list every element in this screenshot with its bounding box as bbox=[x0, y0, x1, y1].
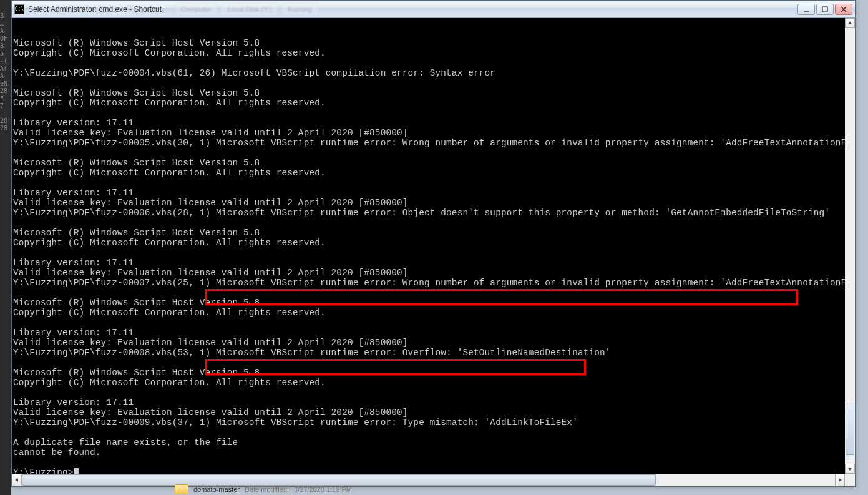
minimize-button[interactable] bbox=[797, 4, 815, 15]
scroll-right-arrow-icon[interactable] bbox=[835, 474, 845, 486]
scrollbar-corner bbox=[845, 474, 855, 486]
folder-icon bbox=[175, 484, 188, 494]
svg-marker-7 bbox=[839, 478, 842, 482]
window-controls bbox=[797, 4, 852, 15]
vertical-scrollbar[interactable] bbox=[845, 18, 855, 474]
titlebar[interactable]: C:\ Select Administrator: cmd.exe - Shor… bbox=[12, 1, 855, 18]
window-title: Select Administrator: cmd.exe - Shortcut bbox=[28, 5, 162, 14]
svg-rect-1 bbox=[822, 7, 827, 12]
preview-meta-value: 3/27/2020 1:19 PM bbox=[294, 486, 352, 493]
scroll-left-arrow-icon[interactable] bbox=[12, 474, 22, 486]
cursor bbox=[74, 468, 79, 474]
bg-tab: Local Disk (Y:) bbox=[220, 3, 278, 16]
cmd-icon: C:\ bbox=[14, 4, 24, 14]
background-tabs: Computer Local Disk (Y:) Fuzzing bbox=[174, 3, 797, 16]
terminal-output[interactable]: Microsoft (R) Windows Script Host Versio… bbox=[12, 18, 845, 474]
svg-marker-4 bbox=[848, 21, 852, 24]
bg-tab: Fuzzing bbox=[281, 3, 319, 16]
scroll-up-arrow-icon[interactable] bbox=[845, 18, 855, 28]
explorer-preview-hint: domato-master Date modified: 3/27/2020 1… bbox=[175, 484, 352, 495]
client-area: Microsoft (R) Windows Script Host Versio… bbox=[12, 18, 855, 486]
svg-marker-6 bbox=[15, 478, 18, 482]
close-button[interactable] bbox=[835, 4, 852, 15]
bg-tab: Computer bbox=[174, 3, 218, 16]
preview-item-name: domato-master bbox=[193, 486, 240, 493]
hscroll-track[interactable] bbox=[22, 474, 835, 486]
horizontal-scrollbar[interactable] bbox=[12, 474, 845, 486]
cmd-window: C:\ Select Administrator: cmd.exe - Shor… bbox=[11, 0, 856, 487]
svg-marker-5 bbox=[848, 468, 852, 471]
background-editor-gutter: 3 … A OF B a -( Ar A eN 28 # 7 - 28 28 bbox=[0, 0, 11, 495]
vscroll-track[interactable] bbox=[845, 28, 855, 464]
vscroll-thumb[interactable] bbox=[846, 403, 854, 455]
scroll-down-arrow-icon[interactable] bbox=[845, 464, 855, 474]
maximize-button[interactable] bbox=[816, 4, 834, 15]
preview-meta-label: Date modified: bbox=[245, 486, 289, 493]
